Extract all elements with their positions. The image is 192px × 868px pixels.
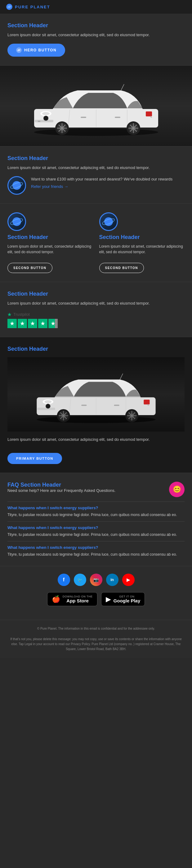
google-button-text: GET IT ON Google Play (113, 595, 140, 603)
social-section: f 🐦 📷 in ▶ 🍎 Download on the App Store ▶… (0, 566, 192, 620)
svg-point-39 (44, 400, 52, 403)
svg-rect-13 (38, 121, 40, 122)
trustpilot-section: Section Header Lorem ipsum dolor sit ame… (0, 282, 192, 337)
referral-section-header: Section Header (7, 155, 185, 162)
planet-icon-col1 (7, 212, 26, 231)
dark-section-header: Section Header (7, 346, 185, 352)
hero-section-header: Section Header (7, 22, 185, 29)
referral-content: Want to share £100 with your nearest and… (31, 176, 172, 189)
hero-button[interactable]: HERO BUTTON (7, 44, 65, 57)
star-5-partial: ★ (48, 319, 58, 328)
col2-body: Lorem ipsum dolor sit amet, consectetur … (99, 244, 185, 255)
col1-body: Lorem ipsum dolor sit amet, consectetur … (7, 244, 93, 255)
faq-question-3[interactable]: What happens when I switch energy suppli… (7, 545, 185, 550)
google-play-button[interactable]: ▶ GET IT ON Google Play (101, 592, 145, 606)
linkedin-icon-button[interactable]: in (106, 574, 118, 586)
dark-car-section: Section Header L (0, 337, 192, 473)
trustpilot-name: Trustpilot (13, 312, 30, 317)
brand-name: PURE PLANET (15, 5, 50, 9)
trustpilot-area: ★ Trustpilot ★ ★ ★ ★ ★ (7, 312, 185, 328)
col2-header: Section Header (99, 234, 140, 241)
referral-section-body: Lorem ipsum dolor sit amet, consectetur … (7, 165, 185, 171)
faq-header-row: FAQ Section Header Need some help? Here … (7, 482, 185, 498)
footer: © Pure Planet. The information in this e… (0, 620, 192, 658)
planet-icon-referral (7, 176, 26, 195)
planet-icon-col2 (99, 212, 118, 231)
two-col-grid: Section Header Lorem ipsum dolor sit ame… (7, 212, 185, 273)
faq-divider-2 (7, 541, 185, 541)
twitter-icon: 🐦 (77, 577, 83, 582)
svg-rect-31 (115, 117, 120, 118)
faq-section: FAQ Section Header Need some help? Here … (0, 473, 192, 566)
footer-disclaimer: If that's not you, please delete this me… (7, 637, 185, 652)
dark-section-body: Lorem ipsum dolor sit amet, consectetur … (7, 436, 185, 443)
apple-button-text: Download on the App Store (63, 595, 93, 603)
app-store-buttons: 🍎 Download on the App Store ▶ GET IT ON … (7, 592, 185, 606)
svg-rect-41 (37, 408, 55, 410)
dark-car-image: L (7, 357, 185, 432)
referral-text: Want to share £100 with your nearest and… (31, 176, 172, 182)
col1-header: Section Header (7, 234, 48, 241)
linkedin-icon: in (110, 578, 114, 582)
hero-button-icon (16, 48, 22, 53)
faq-question-2[interactable]: What happens when I switch energy suppli… (7, 525, 185, 530)
svg-rect-12 (35, 120, 53, 122)
trustpilot-star-icon: ★ (7, 312, 11, 317)
facebook-icon-button[interactable]: f (58, 574, 70, 586)
primary-button[interactable]: PRIMARY BUTTON (7, 453, 62, 464)
faq-item-1: What happens when I switch energy suppli… (7, 505, 185, 518)
faq-item-2: What happens when I switch energy suppli… (7, 525, 185, 537)
instagram-icon-button[interactable]: 📷 (90, 574, 102, 586)
faq-header-text-area: FAQ Section Header Need some help? Here … (7, 482, 115, 498)
referral-link[interactable]: Refer your friends → (31, 184, 172, 189)
svg-rect-59 (114, 405, 119, 406)
star-1: ★ (7, 319, 17, 328)
apple-icon: 🍎 (52, 595, 60, 603)
youtube-icon-button[interactable]: ▶ (122, 574, 135, 586)
faq-divider-0 (7, 501, 185, 502)
youtube-icon: ▶ (127, 577, 130, 582)
faq-subtitle: Need some help? Here are our Frequently … (7, 488, 115, 493)
twitter-icon-button[interactable]: 🐦 (74, 574, 86, 586)
referral-row: Want to share £100 with your nearest and… (7, 176, 185, 195)
col-item-2: Section Header Lorem ipsum dolor sit ame… (99, 212, 185, 273)
faq-divider-1 (7, 521, 185, 522)
faq-title: FAQ Section Header (7, 482, 115, 488)
faq-item-3: What happens when I switch energy suppli… (7, 545, 185, 557)
trustpilot-logo: ★ Trustpilot (7, 312, 30, 317)
faq-answer-3: Tityre, tu patulae recubans sub tegmine … (7, 552, 185, 557)
svg-point-14 (44, 116, 48, 121)
apple-app-store-button[interactable]: 🍎 Download on the App Store (47, 592, 98, 606)
faq-icon: 😊 (173, 486, 181, 493)
hero-button-label: HERO BUTTON (24, 48, 56, 52)
star-4: ★ (38, 319, 48, 328)
google-play-icon: ▶ (106, 595, 111, 603)
faq-answer-2: Tityre, tu patulae recubans sub tegmine … (7, 532, 185, 537)
svg-rect-58 (81, 405, 86, 406)
referral-section: Section Header Lorem ipsum dolor sit ame… (0, 147, 192, 204)
trustpilot-section-body: Lorem ipsum dolor sit amet, consectetur … (7, 300, 185, 307)
faq-icon-circle: 😊 (169, 482, 185, 497)
trustpilot-section-header: Section Header (7, 291, 185, 297)
svg-point-10 (42, 112, 50, 115)
col-item-1: Section Header Lorem ipsum dolor sit ame… (7, 212, 93, 273)
social-icons-row: f 🐦 📷 in ▶ (7, 574, 185, 586)
car-image-section-1: L (0, 66, 192, 147)
trustpilot-stars: ★ ★ ★ ★ ★ (7, 319, 58, 328)
facebook-icon: f (63, 577, 64, 583)
top-header: PURE PLANET (0, 0, 192, 13)
star-3: ★ (28, 319, 37, 328)
brand-planet-icon (6, 4, 12, 10)
svg-line-60 (120, 373, 123, 379)
faq-answer-1: Tityre, tu patulae recubans sub tegmine … (7, 512, 185, 518)
svg-rect-30 (81, 117, 86, 118)
hero-section-body: Lorem ipsum dolor sit amet, consectetur … (7, 32, 185, 38)
faq-question-1[interactable]: What happens when I switch energy suppli… (7, 505, 185, 510)
svg-text:L: L (147, 403, 149, 406)
col2-second-button[interactable]: SECOND BUTTON (99, 263, 144, 273)
col1-second-button[interactable]: SECOND BUTTON (7, 263, 52, 273)
hero-section: Section Header Lorem ipsum dolor sit ame… (0, 13, 192, 66)
svg-line-32 (121, 84, 124, 90)
svg-point-42 (46, 404, 50, 408)
svg-text:L: L (150, 115, 152, 118)
